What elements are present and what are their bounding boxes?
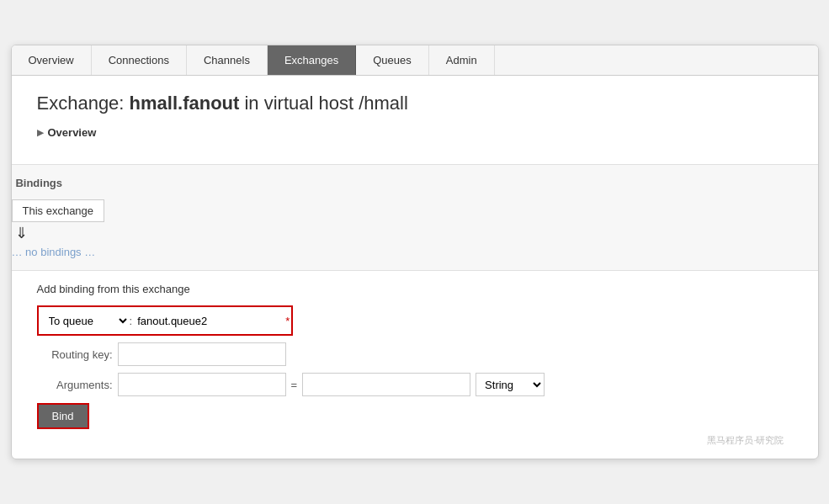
- tab-channels[interactable]: Channels: [187, 45, 268, 75]
- this-exchange-label: This exchange: [23, 204, 94, 217]
- queue-name-input[interactable]: [132, 309, 284, 332]
- tab-overview[interactable]: Overview: [12, 45, 92, 75]
- bindings-header[interactable]: ▼ Bindings: [11, 177, 819, 189]
- title-prefix: Exchange:: [37, 93, 130, 114]
- overview-arrow: ▶: [37, 128, 44, 137]
- arguments-value-input[interactable]: [302, 373, 470, 396]
- tab-admin[interactable]: Admin: [429, 45, 495, 75]
- bindings-arrow: ▼: [11, 178, 12, 188]
- bind-button[interactable]: Bind: [37, 403, 89, 429]
- tab-exchanges[interactable]: Exchanges: [268, 45, 356, 75]
- overview-section: ▶ Overview: [37, 126, 793, 139]
- arguments-row: Arguments: = String Number Boolean: [37, 373, 793, 396]
- binding-down-arrow: ⇓: [15, 225, 819, 241]
- main-window: Overview Connections Channels Exchanges …: [11, 45, 819, 459]
- page-content: Exchange: hmall.fanout in virtual host /…: [12, 76, 818, 164]
- bindings-label-text: Bindings: [15, 177, 62, 189]
- overview-label: Overview: [48, 126, 97, 139]
- page-title: Exchange: hmall.fanout in virtual host /…: [37, 93, 793, 114]
- queue-type-select[interactable]: To queue To exchange: [40, 309, 130, 332]
- arguments-key-input[interactable]: [118, 373, 286, 396]
- routing-key-row: Routing key:: [37, 342, 793, 366]
- queue-select-wrapper: To queue To exchange : *: [37, 305, 294, 336]
- tab-queues[interactable]: Queues: [356, 45, 429, 75]
- required-star: *: [285, 315, 290, 327]
- arguments-type-select[interactable]: String Number Boolean: [476, 373, 545, 396]
- title-suffix: in virtual host /hmall: [239, 93, 408, 114]
- binding-form: To queue To exchange : * Routing key: Ar…: [37, 305, 793, 396]
- arguments-label: Arguments:: [37, 379, 113, 391]
- watermark: 黑马程序员·研究院: [37, 429, 793, 450]
- no-bindings-text: … no bindings …: [12, 246, 819, 258]
- routing-key-label: Routing key:: [37, 348, 113, 361]
- title-exchange-name: hmall.fanout: [130, 93, 240, 114]
- overview-toggle[interactable]: ▶ Overview: [37, 126, 793, 139]
- tab-bar: Overview Connections Channels Exchanges …: [12, 45, 818, 76]
- tab-connections[interactable]: Connections: [92, 45, 187, 75]
- queue-row: To queue To exchange : *: [37, 305, 793, 336]
- equals-sign: =: [291, 379, 298, 391]
- this-exchange-box: This exchange: [12, 199, 105, 222]
- add-binding-section: Add binding from this exchange To queue …: [12, 271, 818, 459]
- add-binding-title: Add binding from this exchange: [37, 283, 793, 295]
- bindings-section: ▼ Bindings This exchange ⇓ … no bindings…: [11, 164, 819, 271]
- routing-key-input[interactable]: [118, 342, 286, 366]
